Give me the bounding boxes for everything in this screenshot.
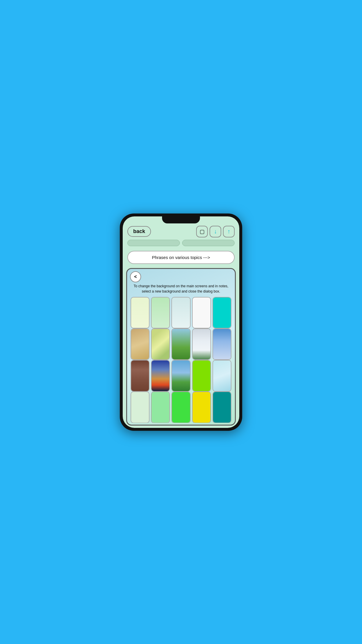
thumbnail-item[interactable]	[171, 360, 190, 392]
notch	[162, 216, 200, 223]
thumbnail-item[interactable]	[151, 360, 170, 392]
thumbnail-item[interactable]	[212, 297, 231, 329]
arrow-down-icon: ↓	[214, 228, 217, 235]
thumbnail-item[interactable]	[212, 328, 231, 360]
phrases-button[interactable]: Phrases on various topics --->	[127, 251, 235, 264]
square-icon: ▢	[200, 228, 205, 235]
thumbnail-item[interactable]	[131, 328, 150, 360]
phrases-btn-wrap: Phrases on various topics --->	[123, 249, 239, 267]
phone-screen: back ▢ ↓ ↑ Phrases on various topics ---…	[123, 216, 239, 428]
dialog-back-button[interactable]: <	[130, 271, 141, 282]
thumbnail-item[interactable]	[192, 360, 211, 392]
thumbnail-item[interactable]	[192, 328, 211, 360]
thumbnail-item[interactable]	[131, 360, 150, 392]
scroll-down-button[interactable]: ↓	[210, 226, 221, 237]
phone-frame: back ▢ ↓ ↑ Phrases on various topics ---…	[120, 214, 242, 431]
thumbnail-item[interactable]	[131, 391, 150, 423]
placeholder-bar-left	[127, 240, 180, 246]
thumbnail-item[interactable]	[171, 328, 190, 360]
square-icon-button[interactable]: ▢	[196, 226, 208, 237]
thumbnail-item[interactable]	[212, 360, 231, 392]
placeholder-bar-right	[182, 240, 235, 246]
arrow-up-icon: ↑	[227, 228, 230, 235]
thumbnail-item[interactable]	[151, 328, 170, 360]
thumbnail-item[interactable]	[131, 297, 150, 329]
dialog-description: To change the background on the main scr…	[130, 284, 232, 296]
back-button[interactable]: back	[127, 226, 151, 237]
thumbnail-item[interactable]	[171, 391, 190, 423]
thumbnail-item[interactable]	[151, 297, 170, 329]
dialog-inner: < To change the background on the main s…	[127, 269, 235, 425]
thumbnail-item[interactable]	[171, 297, 190, 329]
thumbnail-item[interactable]	[151, 391, 170, 423]
thumbnail-grid	[130, 296, 232, 423]
thumbnail-item[interactable]	[192, 297, 211, 329]
dialog-box: < To change the background on the main s…	[126, 268, 236, 426]
thumbnail-item[interactable]	[212, 391, 231, 423]
top-right-buttons: ▢ ↓ ↑	[196, 226, 235, 237]
placeholder-bars	[123, 240, 239, 249]
scroll-up-button[interactable]: ↑	[223, 226, 235, 237]
thumbnail-item[interactable]	[192, 391, 211, 423]
